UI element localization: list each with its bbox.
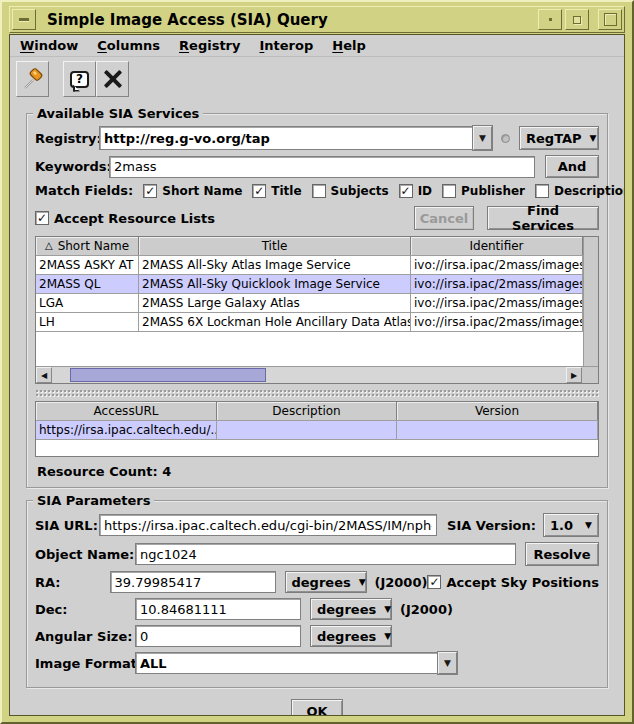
window-menu-button[interactable]	[12, 9, 36, 30]
and-button[interactable]: And	[545, 155, 599, 178]
menu-interop[interactable]: Interop	[259, 38, 313, 53]
accept-lists-row: ✓ Accept Resource Lists Cancel Find Serv…	[35, 206, 599, 230]
close-window-button[interactable]	[96, 61, 129, 97]
column-label: Description	[272, 402, 340, 420]
restore-button[interactable]	[598, 9, 622, 30]
table-row[interactable]: LGA 2MASS Large Galaxy Atlas ivo://irsa.…	[36, 294, 583, 313]
column-header-title[interactable]: Title	[139, 237, 411, 255]
ra-input[interactable]	[110, 571, 276, 593]
checkbox-box[interactable]: ✓	[143, 184, 157, 198]
checkbox-box[interactable]	[442, 184, 456, 198]
cell-version[interactable]	[397, 421, 598, 439]
menu-registry[interactable]: Registry	[179, 38, 240, 53]
table-row[interactable]: LH 2MASS 6X Lockman Hole Ancillary Data …	[36, 313, 583, 332]
registry-dropdown-button[interactable]: ▼	[473, 126, 492, 150]
checkbox-label: Accept Resource Lists	[54, 211, 215, 226]
help-button[interactable]: ?	[63, 61, 96, 97]
cell-identifier[interactable]: ivo://irsa.ipac/2mass/images/ask	[411, 256, 583, 274]
cell-title[interactable]: 2MASS All-Sky Quicklook Image Service	[139, 275, 411, 293]
checkbox-accept-resource-lists[interactable]: ✓ Accept Resource Lists	[35, 211, 215, 226]
column-header-short-name[interactable]: △ Short Name	[36, 237, 139, 255]
cell-short-name[interactable]: LGA	[36, 294, 139, 312]
pin-window-button[interactable]	[16, 61, 49, 97]
table-row[interactable]: 2MASS ASKY AT 2MASS All-Sky Atlas Image …	[36, 256, 583, 275]
checkbox-accept-sky-positions[interactable]: ✓ Accept Sky Positions	[427, 575, 599, 590]
cell-description[interactable]	[217, 421, 397, 439]
angular-size-unit-value: degrees	[317, 629, 376, 644]
image-format-select[interactable]: ▼	[135, 652, 457, 674]
find-services-button[interactable]: Find Services	[487, 206, 599, 230]
table-row-selected[interactable]: https://irsa.ipac.caltech.edu/...	[36, 421, 598, 440]
iconify-button[interactable]	[538, 9, 562, 30]
image-format-input[interactable]	[135, 652, 438, 674]
ra-epoch: (J2000)	[375, 575, 428, 590]
ok-button[interactable]: OK	[291, 699, 343, 716]
checkbox-box[interactable]: ✓	[427, 575, 441, 589]
angular-size-input[interactable]	[135, 625, 301, 647]
image-format-dropdown-button[interactable]: ▼	[438, 652, 457, 674]
cell-short-name[interactable]: LH	[36, 313, 139, 331]
checkbox-box[interactable]	[535, 184, 549, 198]
menu-columns[interactable]: Columns	[97, 38, 160, 53]
cell-title[interactable]: 2MASS All-Sky Atlas Image Service	[139, 256, 411, 274]
maximize-button[interactable]	[565, 9, 589, 30]
resolve-button[interactable]: Resolve	[525, 542, 599, 566]
sia-url-input[interactable]	[99, 514, 437, 536]
keywords-input[interactable]	[109, 156, 535, 178]
cell-title[interactable]: 2MASS 6X Lockman Hole Ancillary Data Atl…	[139, 313, 411, 331]
cancel-button[interactable]: Cancel	[414, 206, 474, 230]
column-header-version[interactable]: Version	[397, 402, 598, 420]
cell-identifier[interactable]: ivo://irsa.ipac/2mass/images/ask	[411, 275, 583, 293]
restore-icon	[604, 13, 617, 26]
titlebar[interactable]: Simple Image Access (SIA) Query	[9, 6, 625, 33]
checkbox-box[interactable]: ✓	[399, 184, 413, 198]
sia-version-select[interactable]: 1.0 ▼	[543, 513, 599, 537]
cell-identifier[interactable]: ivo://irsa.ipac/2mass/images/lh	[411, 313, 583, 331]
dec-label: Dec:	[35, 602, 135, 617]
dec-unit-select[interactable]: degrees ▼	[310, 598, 392, 620]
keywords-label: Keywords:	[35, 159, 109, 174]
checkbox-box[interactable]: ✓	[252, 184, 266, 198]
checkbox-publisher[interactable]: Publisher	[442, 184, 525, 198]
menu-help[interactable]: Help	[332, 38, 365, 53]
table-row-selected[interactable]: 2MASS QL 2MASS All-Sky Quicklook Image S…	[36, 275, 583, 294]
split-pane-divider[interactable]	[35, 389, 599, 397]
registry-combo[interactable]: ▼	[99, 126, 492, 150]
checkbox-short-name[interactable]: ✓ Short Name	[143, 184, 242, 198]
checkbox-label: Accept Sky Positions	[446, 575, 599, 590]
ra-unit-select[interactable]: degrees ▼	[285, 571, 367, 593]
cell-identifier[interactable]: ivo://irsa.ipac/2mass/images/lga	[411, 294, 583, 312]
scrollbar-thumb[interactable]	[70, 368, 266, 382]
scroll-left-button[interactable]: ◀	[36, 367, 52, 383]
column-header-description[interactable]: Description	[217, 402, 397, 420]
column-label: AccessURL	[94, 402, 159, 420]
access-table-header: AccessURL Description Version	[36, 402, 598, 421]
services-table-header: △ Short Name Title Identifier	[36, 237, 583, 256]
checkbox-box[interactable]: ✓	[35, 211, 49, 225]
scroll-right-button[interactable]: ▶	[566, 367, 582, 383]
checkbox-subjects[interactable]: Subjects	[312, 184, 389, 198]
registry-type-select[interactable]: RegTAP ▼	[519, 126, 599, 150]
horizontal-scrollbar[interactable]: ◀ ▶	[36, 366, 598, 383]
cell-access-url[interactable]: https://irsa.ipac.caltech.edu/...	[36, 421, 217, 439]
cell-short-name[interactable]: 2MASS ASKY AT	[36, 256, 139, 274]
checkbox-box[interactable]	[312, 184, 326, 198]
vertical-scrollbar-track[interactable]	[583, 237, 598, 366]
object-name-input[interactable]	[135, 543, 516, 565]
sia-url-row: SIA URL: SIA Version: 1.0 ▼	[35, 513, 599, 537]
column-header-accessurl[interactable]: AccessURL	[36, 402, 217, 420]
dec-input[interactable]	[135, 598, 301, 620]
scrollbar-track[interactable]	[52, 367, 566, 383]
cell-short-name[interactable]: 2MASS QL	[36, 275, 139, 293]
sia-version-value: 1.0	[550, 518, 573, 533]
services-table: △ Short Name Title Identifier 2MASS A	[36, 237, 583, 366]
checkbox-label: Short Name	[162, 184, 242, 198]
registry-input[interactable]	[99, 126, 473, 150]
cell-title[interactable]: 2MASS Large Galaxy Atlas	[139, 294, 411, 312]
checkbox-title[interactable]: ✓ Title	[252, 184, 301, 198]
angular-size-unit-select[interactable]: degrees ▼	[310, 625, 392, 647]
checkbox-description[interactable]: Description	[535, 184, 625, 198]
checkbox-id[interactable]: ✓ ID	[399, 184, 432, 198]
menu-window[interactable]: Window	[20, 38, 78, 53]
column-header-identifier[interactable]: Identifier	[411, 237, 583, 255]
